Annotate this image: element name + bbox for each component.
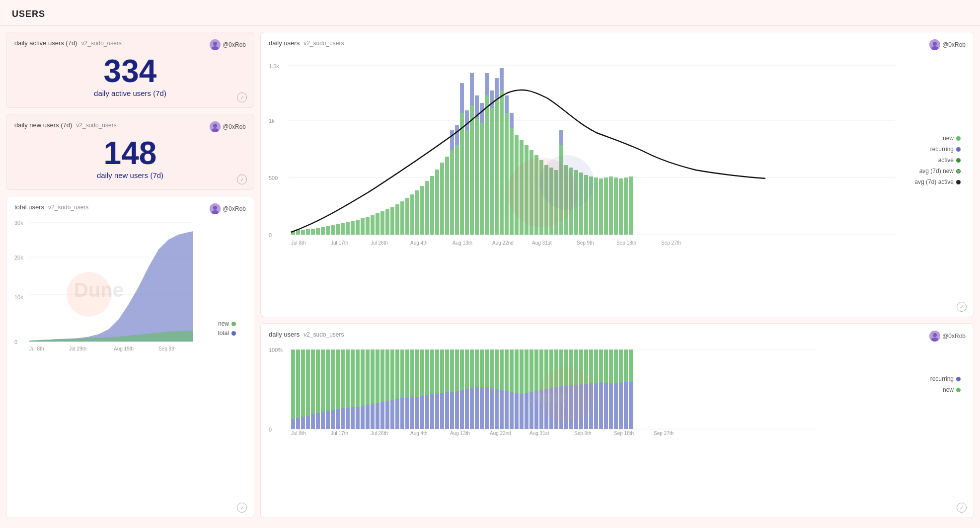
svg-rect-190 [425, 350, 429, 395]
svg-rect-80 [485, 95, 489, 235]
legend-pct-recurring-dot [956, 377, 961, 381]
daily-pct-legend: recurring new [930, 375, 961, 393]
dnu-card: daily new users (7d) v2_sudo_users @0xRo… [6, 114, 254, 190]
svg-rect-37 [306, 229, 310, 235]
svg-rect-218 [495, 350, 499, 389]
legend-pct-new-dot [956, 388, 961, 392]
svg-rect-81 [485, 73, 489, 95]
svg-rect-189 [420, 396, 424, 429]
svg-rect-205 [460, 390, 464, 429]
legend-active: active [938, 157, 961, 164]
svg-point-8 [212, 210, 219, 214]
svg-rect-154 [336, 350, 340, 409]
dnu-check-icon: ✓ [237, 175, 247, 184]
svg-rect-166 [366, 350, 370, 405]
svg-rect-216 [490, 350, 494, 388]
svg-rect-201 [450, 392, 454, 429]
legend-avg-active: avg (7d) active [914, 178, 961, 185]
svg-rect-148 [321, 350, 325, 412]
legend-pct-new: new [943, 386, 961, 393]
svg-rect-185 [410, 397, 414, 429]
svg-rect-66 [450, 150, 454, 235]
svg-rect-75 [470, 73, 474, 105]
svg-text:Jul 26th: Jul 26th [371, 431, 388, 436]
svg-rect-212 [480, 350, 484, 387]
svg-rect-64 [440, 163, 444, 235]
svg-rect-144 [311, 350, 315, 414]
svg-rect-160 [351, 350, 355, 407]
dnu-user: @0xRob [223, 123, 246, 130]
daily-pct-header: daily users v2_sudo_users @0xRob [269, 331, 966, 342]
svg-text:0: 0 [269, 427, 272, 433]
svg-rect-164 [361, 350, 365, 406]
svg-text:Aug 13th: Aug 13th [450, 431, 470, 436]
svg-text:1.5k: 1.5k [269, 63, 279, 69]
svg-text:Sep 18th: Sep 18th [614, 431, 634, 436]
svg-text:20k: 20k [14, 255, 23, 261]
total-users-avatar [210, 203, 221, 214]
svg-rect-82 [490, 108, 494, 235]
svg-rect-151 [326, 411, 330, 429]
svg-rect-158 [346, 350, 350, 408]
svg-rect-202 [455, 350, 459, 391]
svg-text:Jul 8th: Jul 8th [29, 346, 44, 352]
svg-rect-39 [316, 228, 320, 235]
dau-label: daily active users (7d) [14, 89, 246, 97]
svg-rect-207 [465, 389, 469, 429]
svg-rect-199 [445, 392, 449, 429]
svg-text:Sep 9th: Sep 9th [577, 240, 594, 246]
svg-rect-266 [614, 350, 618, 383]
daily-pct-title: daily users [269, 331, 300, 338]
dau-user: @0xRob [223, 41, 246, 48]
svg-text:Jul 29th: Jul 29th [69, 346, 86, 352]
svg-rect-46 [351, 221, 355, 235]
svg-rect-228 [520, 350, 524, 394]
svg-rect-67 [450, 130, 454, 150]
legend-avg-new-dot [956, 169, 961, 174]
page-title: USERS [12, 9, 45, 19]
svg-rect-169 [371, 404, 375, 429]
total-users-card: total users v2_sudo_users @0xRob 30k 20k… [6, 196, 254, 518]
svg-rect-232 [529, 350, 533, 392]
svg-rect-260 [599, 350, 603, 382]
svg-rect-224 [510, 350, 514, 392]
svg-rect-45 [346, 222, 350, 235]
svg-text:Jul 8th: Jul 8th [291, 431, 305, 436]
svg-rect-165 [361, 406, 365, 429]
svg-rect-180 [400, 350, 404, 398]
svg-rect-226 [515, 350, 519, 393]
svg-point-24 [933, 42, 937, 46]
daily-big-subtitle: v2_sudo_users [303, 40, 344, 47]
total-users-svg: 30k 20k 10k 0 Dune [14, 217, 228, 361]
svg-rect-91 [510, 113, 514, 128]
legend-new: new [218, 320, 236, 327]
dau-avatar [210, 39, 221, 50]
svg-rect-264 [609, 350, 613, 383]
daily-big-legend: new recurring active avg (7d) new [914, 135, 961, 185]
svg-rect-49 [366, 217, 370, 235]
svg-point-18 [67, 272, 111, 317]
svg-rect-198 [445, 350, 449, 392]
legend-active-label: active [938, 157, 954, 164]
svg-point-4 [213, 124, 217, 128]
svg-rect-153 [331, 410, 335, 429]
svg-point-1 [213, 42, 217, 46]
svg-rect-57 [405, 198, 409, 235]
main-layout: daily active users (7d) v2_sudo_users @0… [0, 26, 980, 524]
svg-rect-62 [430, 176, 434, 235]
svg-rect-141 [301, 417, 305, 429]
svg-rect-51 [376, 213, 379, 235]
svg-rect-145 [311, 414, 315, 429]
dau-title: daily active users (7d) [14, 39, 77, 47]
svg-rect-78 [480, 123, 484, 235]
svg-text:0: 0 [269, 232, 272, 238]
svg-rect-209 [470, 388, 474, 429]
svg-rect-149 [321, 412, 325, 429]
svg-text:Aug 22nd: Aug 22nd [490, 431, 511, 436]
dau-value: 334 [14, 55, 246, 87]
dau-title-row: daily active users (7d) v2_sudo_users [14, 39, 122, 47]
svg-rect-176 [390, 350, 394, 400]
svg-rect-150 [326, 350, 330, 411]
svg-rect-157 [341, 408, 345, 429]
svg-point-7 [213, 206, 217, 210]
